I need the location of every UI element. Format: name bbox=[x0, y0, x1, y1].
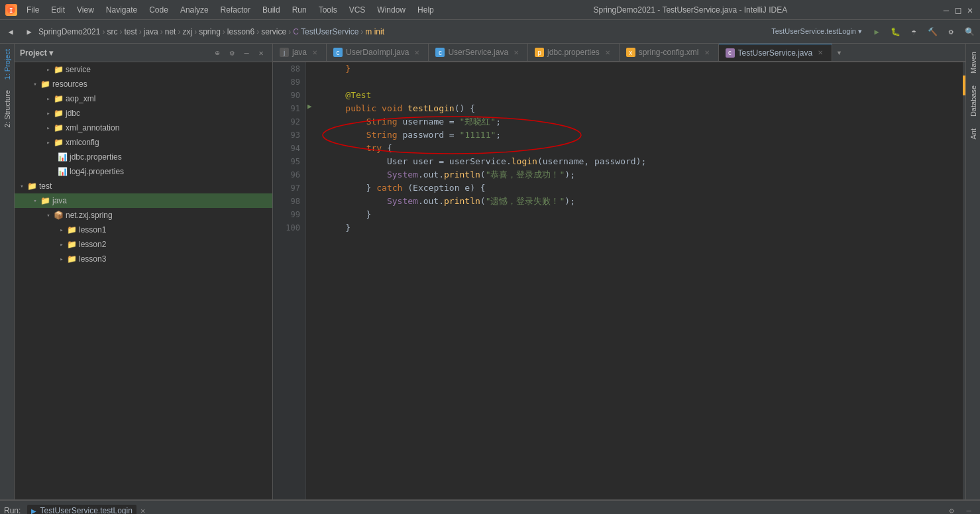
run-tab-close[interactable]: ✕ bbox=[140, 506, 145, 515]
menu-run[interactable]: Run bbox=[287, 4, 312, 16]
menu-tools[interactable]: Tools bbox=[313, 4, 343, 16]
tab-spring-config[interactable]: x spring-config.xml ✕ bbox=[620, 44, 719, 61]
tab-userdaoimpl[interactable]: c UserDaoImpl.java ✕ bbox=[327, 44, 429, 61]
run-config-dropdown[interactable]: TestUserService.testLogin ▾ bbox=[767, 24, 866, 40]
folder-icon-resources: 📁 bbox=[40, 79, 50, 89]
tree-item-xml_annotation[interactable]: ▸ 📁 xml_annotation bbox=[15, 121, 272, 135]
sidebar-label-project[interactable]: 1: Project bbox=[1, 44, 13, 85]
tree-item-resources[interactable]: ▾ 📁 resources bbox=[15, 77, 272, 91]
run-label: Run: bbox=[4, 506, 21, 515]
run-button[interactable]: ▶ bbox=[869, 24, 885, 40]
tab-overflow-button[interactable]: ▾ bbox=[832, 47, 845, 58]
tree-item-lesson2[interactable]: ▸ 📁 lesson2 bbox=[15, 237, 272, 252]
tree-label-service: service bbox=[66, 65, 91, 74]
menu-window[interactable]: Window bbox=[372, 4, 411, 16]
tree-label-xmlconfig: xmlconfig bbox=[66, 138, 99, 147]
menu-build[interactable]: Build bbox=[257, 4, 286, 16]
tree-item-service[interactable]: ▸ 📁 service bbox=[15, 62, 272, 77]
panel-gear-btn[interactable]: ✕ bbox=[255, 47, 267, 59]
sidebar-right-maven[interactable]: Maven bbox=[967, 46, 979, 79]
tree-item-xmlconfig[interactable]: ▸ 📁 xmlconfig bbox=[15, 135, 272, 150]
breadcrumb-spring[interactable]: spring bbox=[199, 27, 221, 36]
tab-icon-testuserservice: c bbox=[726, 48, 735, 58]
tab-close-java[interactable]: ✕ bbox=[310, 48, 319, 57]
menu-help[interactable]: Help bbox=[412, 4, 439, 16]
editor-scrollbar[interactable] bbox=[963, 62, 965, 499]
folder-icon-lesson3: 📁 bbox=[66, 254, 77, 264]
tree-label-java: java bbox=[52, 196, 67, 205]
menu-refactor[interactable]: Refactor bbox=[215, 4, 256, 16]
tree-label-jdbc: jdbc bbox=[66, 109, 80, 118]
menu-view[interactable]: View bbox=[72, 4, 99, 16]
tree-label-aop_xml: aop_xml bbox=[66, 94, 95, 103]
tree-arrow-xmlconfig: ▸ bbox=[44, 138, 53, 147]
minimize-button[interactable]: — bbox=[942, 5, 951, 15]
menu-navigate[interactable]: Navigate bbox=[101, 4, 142, 16]
forward-button[interactable]: ▶ bbox=[21, 24, 37, 40]
panel-settings-btn[interactable]: ⚙ bbox=[226, 47, 238, 59]
code-content[interactable]: } @Test public void testLogin() { String… bbox=[319, 62, 965, 499]
tab-close-testuserservice[interactable]: ✕ bbox=[816, 48, 825, 58]
search-button[interactable]: 🔍 bbox=[961, 24, 977, 40]
tree-item-jdbc[interactable]: ▸ 📁 jdbc bbox=[15, 106, 272, 121]
tab-close-jdbc-properties[interactable]: ✕ bbox=[603, 48, 612, 57]
tree-label-resources: resources bbox=[52, 79, 87, 89]
menu-code[interactable]: Code bbox=[144, 4, 174, 16]
breadcrumb-lesson6[interactable]: lesson6 bbox=[227, 27, 254, 36]
file-icon-jdbc-properties: 📊 bbox=[57, 152, 68, 162]
menu-file[interactable]: File bbox=[21, 4, 44, 16]
sidebar-right-ant[interactable]: Ant bbox=[967, 123, 979, 145]
breadcrumb-net[interactable]: net bbox=[165, 27, 176, 36]
run-settings-btn[interactable]: ⚙ bbox=[944, 503, 959, 515]
tree-item-test[interactable]: ▾ 📁 test bbox=[15, 179, 272, 193]
tree-item-lesson3[interactable]: ▸ 📁 lesson3 bbox=[15, 252, 272, 266]
back-button[interactable]: ◀ bbox=[3, 24, 19, 40]
menu-edit[interactable]: Edit bbox=[46, 4, 70, 16]
tree-item-aop_xml[interactable]: ▸ 📁 aop_xml bbox=[15, 91, 272, 106]
code-line-88: } bbox=[325, 62, 960, 76]
breadcrumb-service[interactable]: service bbox=[261, 27, 286, 36]
code-line-92: String username = "郑晓红"; bbox=[325, 115, 960, 128]
debug-button[interactable]: 🐛 bbox=[887, 24, 903, 40]
tab-userservice[interactable]: c UserService.java ✕ bbox=[429, 44, 528, 61]
breadcrumb-method[interactable]: m init bbox=[365, 27, 384, 36]
build-button[interactable]: 🔨 bbox=[924, 24, 940, 40]
breadcrumb-java[interactable]: java bbox=[144, 27, 158, 36]
maximize-button[interactable]: □ bbox=[953, 5, 963, 15]
breadcrumb-test[interactable]: test bbox=[124, 27, 136, 36]
breadcrumb-class[interactable]: C TestUserService bbox=[293, 27, 358, 36]
menu-analyze[interactable]: Analyze bbox=[175, 4, 214, 16]
tab-java[interactable]: j java ✕ bbox=[273, 44, 327, 61]
tab-testuserservice[interactable]: c TestUserService.java ✕ bbox=[719, 44, 833, 61]
window-controls: — □ ✕ bbox=[942, 5, 975, 15]
panel-collapse-btn[interactable]: — bbox=[241, 47, 252, 59]
close-button[interactable]: ✕ bbox=[965, 5, 975, 15]
coverage-button[interactable]: ☂ bbox=[906, 24, 922, 40]
tab-jdbc-properties[interactable]: p jdbc.properties ✕ bbox=[528, 44, 620, 61]
breadcrumb-zxj[interactable]: zxj bbox=[182, 27, 192, 36]
settings-button[interactable]: ⚙ bbox=[943, 24, 959, 40]
tree-item-jdbc-properties[interactable]: 📊 jdbc.properties bbox=[15, 150, 272, 164]
panel-locate-btn[interactable]: ⊕ bbox=[211, 47, 223, 59]
tab-close-userdaoimpl[interactable]: ✕ bbox=[412, 48, 421, 57]
sidebar-right-database[interactable]: Database bbox=[967, 80, 979, 122]
code-line-91: public void testLogin() { bbox=[325, 102, 960, 115]
toolbar-nav-buttons: ◀ ▶ bbox=[3, 24, 37, 40]
tab-close-spring-config[interactable]: ✕ bbox=[702, 48, 712, 57]
tree-item-lesson1[interactable]: ▸ 📁 lesson1 bbox=[15, 223, 272, 237]
breadcrumb-project[interactable]: SpringDemo2021 bbox=[38, 27, 100, 36]
tree-label-xml_annotation: xml_annotation bbox=[66, 123, 119, 132]
tree-item-net-zxj-spring[interactable]: ▾ 📦 net.zxj.spring bbox=[15, 208, 272, 223]
menu-vcs[interactable]: VCS bbox=[344, 4, 371, 16]
breadcrumb-src[interactable]: src bbox=[107, 27, 117, 36]
run-panel: Run: ▶ TestUserService.testLogin ✕ ⚙ — ✓… bbox=[0, 499, 980, 514]
tree-item-java[interactable]: ▾ 📁 java bbox=[15, 193, 272, 208]
tab-icon-java: j bbox=[280, 48, 289, 57]
tab-label-userdaoimpl: UserDaoImpl.java bbox=[346, 48, 409, 57]
run-tab[interactable]: ▶ TestUserService.testLogin bbox=[27, 505, 136, 515]
code-line-97: } catch (Exception e) { bbox=[325, 181, 960, 195]
tab-close-userservice[interactable]: ✕ bbox=[512, 48, 521, 57]
run-minimize-btn[interactable]: — bbox=[961, 503, 976, 515]
tree-item-log4j-properties[interactable]: 📊 log4j.properties bbox=[15, 164, 272, 179]
sidebar-label-structure[interactable]: 2: Structure bbox=[1, 85, 13, 133]
